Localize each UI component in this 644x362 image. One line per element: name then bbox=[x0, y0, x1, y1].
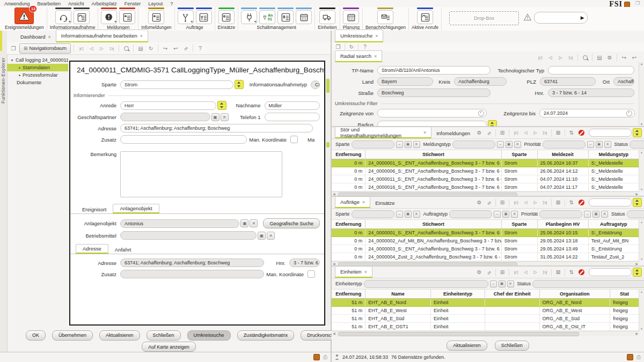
einheiten-button[interactable] bbox=[319, 8, 335, 24]
trash-icon[interactable]: ✕ bbox=[604, 141, 611, 148]
tab-auftraege[interactable]: Aufträge× bbox=[335, 196, 370, 208]
quick-filter-combo[interactable] bbox=[589, 128, 642, 137]
last-record-icon[interactable]: ▷| bbox=[566, 54, 575, 61]
table-cell[interactable]: 29.05.2024 13:49 bbox=[537, 245, 588, 253]
table-cell[interactable]: EHT_AB_E_West bbox=[365, 307, 431, 315]
close-icon[interactable]: × bbox=[423, 130, 426, 135]
horizontal-scrollbar[interactable]: ◀▶ bbox=[332, 331, 639, 336]
clipboard-icon[interactable]: ▣ bbox=[592, 211, 599, 218]
clipboard-icon[interactable]: ▣ bbox=[499, 280, 506, 287]
minus-icon[interactable]: − bbox=[490, 280, 497, 287]
clipboard-icon[interactable]: ▣ bbox=[405, 141, 412, 148]
next-record-icon[interactable]: ▷ bbox=[97, 45, 106, 52]
table-cell[interactable] bbox=[485, 315, 539, 323]
close-icon[interactable]: × bbox=[375, 33, 378, 39]
zustaendigkeitsmatrix-button[interactable]: Zuständigkeitsmatrix bbox=[237, 330, 295, 341]
table-cell[interactable]: 29.05.2024 13:18 bbox=[537, 237, 588, 245]
schalt-new-button[interactable]: + bbox=[241, 8, 257, 24]
informationsaufnahme-list-button[interactable] bbox=[74, 8, 90, 24]
tab-einsaetze[interactable]: Einsätze bbox=[370, 198, 399, 208]
table-cell[interactable]: 24_0000011_S:_ENT_Aschaffenburg_Boschweg… bbox=[365, 175, 501, 183]
ereignismeldungen-button[interactable]: 13 bbox=[14, 8, 34, 24]
last-record-icon[interactable]: ▷| bbox=[540, 129, 549, 137]
table-cell[interactable]: 24_0000003_S:_ENT_Aschaffenburg_Boschweg… bbox=[365, 245, 501, 253]
table-cell[interactable]: 25.06.2024 10:15 bbox=[537, 229, 588, 237]
column-header[interactable]: Planbeginn HV bbox=[537, 220, 588, 229]
settings-icon[interactable]: ⚙ bbox=[475, 199, 484, 206]
tab-anfahrt[interactable]: Anfahrt bbox=[108, 246, 138, 254]
window-icon[interactable]: ❐ bbox=[9, 45, 18, 52]
next-record-icon[interactable]: ▷ bbox=[531, 129, 539, 137]
auftraege-list-button[interactable] bbox=[196, 8, 212, 24]
trash-icon[interactable]: ✕ bbox=[507, 280, 514, 287]
table-row[interactable]: 0 m24_0000004_Zust_2_Aschaffenburg_Bosch… bbox=[332, 253, 639, 261]
schliessen-button[interactable]: Schließen bbox=[495, 341, 529, 351]
table-cell[interactable]: ORG_AB_E_West bbox=[539, 307, 610, 315]
settings-icon[interactable]: ⚙ bbox=[475, 269, 484, 276]
table-cell[interactable]: Strom bbox=[501, 183, 537, 191]
next-record-icon[interactable]: ▷ bbox=[531, 269, 539, 276]
first-record-icon[interactable]: |◁ bbox=[511, 199, 520, 206]
minus-icon[interactable]: − bbox=[584, 211, 591, 218]
table-row[interactable]: 0 m24_0000002_Auf_Mit_BN_Aschaffenburg_B… bbox=[332, 237, 639, 245]
funktionen-explorer-strip[interactable]: Funktionen-Explorer bbox=[0, 31, 8, 362]
trash-icon[interactable]: ✕ bbox=[413, 211, 420, 218]
clipboard-icon[interactable]: ▣ bbox=[506, 141, 513, 148]
adresse-field[interactable]: 63741; Aschaffenburg; Aschaffenburg; Bos… bbox=[120, 124, 313, 132]
infomeldungen-button[interactable] bbox=[148, 8, 164, 24]
dropdown-icon[interactable] bbox=[633, 198, 642, 207]
clock-icon[interactable] bbox=[478, 110, 484, 116]
link-icon[interactable]: ∞ bbox=[483, 267, 494, 278]
man-koordinate-checkbox[interactable] bbox=[290, 136, 298, 143]
umkreissuche-button[interactable]: Umkreissuche bbox=[187, 330, 231, 341]
column-header[interactable]: Stichwort bbox=[365, 150, 501, 159]
table-cell[interactable]: ORG_AB_E_Ost_IT bbox=[539, 323, 610, 331]
filter-input[interactable] bbox=[627, 210, 644, 218]
last-record-icon[interactable]: ▷| bbox=[540, 199, 549, 206]
table-cell[interactable]: Strom bbox=[501, 159, 537, 167]
tab-infomeldungen[interactable]: Infomeldungen bbox=[431, 128, 475, 138]
table-row[interactable]: 0 m24_0000003_S:_ENT_Aschaffenburg_Bosch… bbox=[332, 245, 639, 253]
table-cell[interactable]: 51 m bbox=[332, 299, 365, 307]
schliessen-button[interactable]: Schließen bbox=[147, 330, 181, 341]
clipboard-icon[interactable]: ▣ bbox=[240, 219, 248, 227]
filter-input[interactable] bbox=[352, 210, 394, 218]
undo-icon[interactable]: ↩ bbox=[630, 54, 639, 61]
table-cell[interactable]: 31.05.2024 14:22 bbox=[537, 253, 588, 261]
table-cell[interactable] bbox=[485, 299, 539, 307]
column-header[interactable]: Stat bbox=[610, 290, 639, 299]
clipboard-icon[interactable]: ▣ bbox=[596, 141, 603, 148]
table-cell[interactable]: Test_Auf_Mit_BN bbox=[588, 237, 639, 245]
radius-field[interactable] bbox=[377, 121, 487, 127]
first-record-icon[interactable]: |◁ bbox=[511, 129, 520, 137]
table-row[interactable]: 0 m24_0000006_S:_ENT_Aschaffenburg_Bosch… bbox=[332, 167, 639, 175]
close-icon[interactable]: × bbox=[362, 200, 365, 205]
first-record-icon[interactable]: |◁ bbox=[511, 269, 520, 276]
bemerkung-textarea[interactable] bbox=[120, 151, 282, 197]
help-icon[interactable]: ? bbox=[361, 43, 369, 51]
ok-button[interactable]: OK bbox=[26, 330, 46, 341]
table-cell[interactable]: 04.07.2024 11:17 bbox=[537, 183, 588, 191]
filter-input[interactable] bbox=[630, 141, 644, 149]
previous-record-icon[interactable]: ◁ bbox=[546, 54, 554, 61]
table-row[interactable]: 0 m24_0000016_S:_ENT_Aschaffenburg_Bosch… bbox=[332, 183, 639, 191]
tab-dashboard[interactable]: Dashboard× bbox=[16, 31, 56, 42]
vertical-scrollbar[interactable]: ▲▼ bbox=[639, 62, 644, 126]
minus-icon[interactable]: − bbox=[587, 141, 594, 148]
tab-einheiten[interactable]: Einheiten× bbox=[335, 266, 372, 278]
quick-filter-combo[interactable] bbox=[589, 268, 642, 277]
menu-ansicht[interactable]: Ansicht bbox=[68, 1, 84, 6]
quick-filter-combo[interactable] bbox=[589, 198, 642, 207]
table-cell[interactable] bbox=[485, 307, 539, 315]
table-cell[interactable]: ORG_AB_E_Nord bbox=[539, 299, 610, 307]
column-header[interactable]: Chef der Einheit bbox=[485, 290, 539, 299]
settings-icon[interactable]: ⚙ bbox=[605, 54, 614, 61]
column-header[interactable]: Entfernung bbox=[332, 150, 365, 159]
aktualisieren-button[interactable]: Aktualisieren bbox=[99, 330, 140, 341]
tree-item-dokumente[interactable]: Dokumente bbox=[7, 79, 68, 86]
binoculars-icon[interactable]: ⊠ bbox=[554, 199, 562, 206]
aktualisieren-button[interactable]: Aktualisieren bbox=[447, 341, 487, 351]
binoculars-icon[interactable]: ⊠ bbox=[554, 269, 562, 276]
last-record-icon[interactable]: ▷| bbox=[540, 269, 549, 276]
column-header[interactable]: Entfernung bbox=[332, 220, 365, 229]
